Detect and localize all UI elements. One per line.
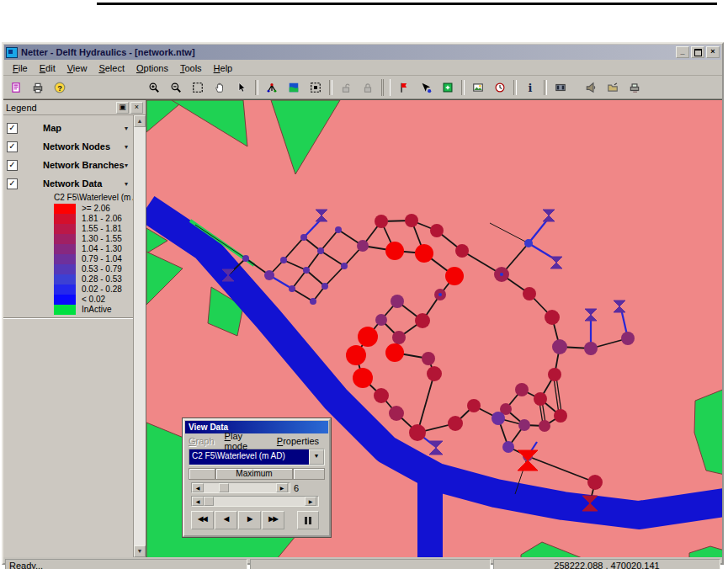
network-node [300,234,307,241]
zoom-extent-icon[interactable] [188,78,208,97]
menu-select[interactable]: Select [93,62,130,74]
class-label: 0.28 - 0.53 [76,274,122,284]
node-marker [438,293,442,296]
network-node [353,368,373,388]
network-node [335,226,342,233]
network-node [415,244,433,263]
menu-edit[interactable]: Edit [34,62,61,74]
layer-checkbox[interactable]: ✓ [7,178,18,189]
restore-button[interactable] [691,46,704,58]
print-icon[interactable] [28,78,48,97]
scroll-down-icon[interactable]: ▼ [134,545,146,557]
map-view[interactable]: View Data GraphPlay modeProperties C2 F5… [146,100,722,557]
flag-icon[interactable] [394,78,414,97]
class-color-swatch [54,224,76,234]
slider-right-icon[interactable]: ▶ [276,483,288,492]
data-series-combobox[interactable]: C2 F5\Waterlevel (m AD) ▼ [189,449,325,465]
main-content: Legend ▣ × ✓Map▾✓Network Nodes▾✓Network … [3,99,722,557]
select-node-icon[interactable] [416,78,436,97]
legend-class-row: 0.53 - 0.79 [3,264,133,274]
movie-icon[interactable] [550,78,571,97]
network-node [584,342,598,355]
network-node [502,441,514,453]
step-back-button[interactable]: ◀ [215,511,237,529]
menu-tools[interactable]: Tools [174,62,208,74]
network-node [492,412,505,425]
rewind-button[interactable]: ◀◀ [191,511,214,529]
network-node [264,270,274,280]
status-middle [250,559,491,569]
info-icon[interactable]: i [520,78,540,97]
netter-window: Netter - Delft Hydraulics - [network.ntw… [2,42,724,565]
network-node [242,255,249,262]
network-node [317,247,324,254]
view-data-menu: GraphPlay modeProperties [184,434,329,448]
view-data-header: Maximum [189,468,325,480]
overview-map-icon[interactable] [284,78,304,97]
zoom-out-icon[interactable] [166,78,186,97]
network-node [524,239,533,247]
minimize-button[interactable]: _ [676,46,689,58]
view-data-dialog: View Data GraphPlay modeProperties C2 F5… [183,418,331,537]
view-data-menu-properties[interactable]: Properties [277,436,324,446]
layer-dropdown-icon[interactable]: ▾ [125,143,130,151]
layer-dropdown-icon[interactable]: ▾ [125,162,130,169]
slider-left-icon[interactable]: ◀ [192,483,204,492]
help-icon[interactable]: ? [50,78,70,97]
layer-label: Map [23,123,125,133]
pan-icon[interactable] [210,78,230,97]
menu-view[interactable]: View [61,62,93,74]
megaphone-icon[interactable] [581,78,601,97]
legend-close-icon[interactable]: × [130,102,143,114]
page-rule [97,3,717,5]
dock-panel-icon[interactable]: ▣ [116,102,129,114]
layer-dropdown-icon[interactable]: ▾ [125,180,130,188]
class-label: 0.02 - 0.28 [76,284,122,295]
menu-help[interactable]: Help [208,62,239,74]
play-button[interactable]: ▶ [238,511,261,529]
clock-icon[interactable] [490,78,510,97]
class-label: >= 2.06 [76,204,110,214]
slider-left-icon[interactable]: ◀ [192,497,204,506]
timestep-slider[interactable]: ◀ ▶ [191,482,290,493]
zoom-selection-icon[interactable] [306,78,326,97]
cursor-icon[interactable] [231,78,252,97]
fit-network-icon[interactable] [262,78,282,97]
scroll-up-icon[interactable]: ▲ [134,115,146,127]
class-label: InActive [76,305,112,315]
combobox-dropdown-icon[interactable]: ▼ [309,449,324,465]
legend-list: ✓Map▾✓Network Nodes▾✓Network Branches▾✓N… [3,115,133,557]
network-node [518,419,530,431]
menu-file[interactable]: File [7,62,34,74]
view-data-menu-graph: Graph [189,436,220,446]
window-title: Netter - Delft Hydraulics - [network.ntw… [21,47,674,57]
fast-forward-button[interactable]: ▶▶ [262,511,284,529]
print-map-icon[interactable] [624,78,645,97]
unlock-icon [336,78,356,97]
class-label: 1.81 - 2.06 [76,214,122,224]
layer-checkbox[interactable]: ✓ [7,160,18,171]
layer-checkbox[interactable]: ✓ [7,123,18,134]
view-data-menu-play-mode[interactable]: Play mode [225,431,272,451]
legend-class-row: >= 2.06 [3,204,133,214]
network-node [445,267,464,285]
pause-button[interactable] [297,511,319,529]
slider-right-icon[interactable]: ▶ [305,497,316,506]
folder-out-icon[interactable] [603,78,623,97]
new-document-icon[interactable] [6,78,26,97]
image-icon[interactable] [468,78,488,97]
layer-dropdown-icon[interactable]: ▾ [125,125,130,132]
close-button[interactable]: × [706,46,720,58]
playback-controls: ◀◀◀▶▶▶ [191,511,322,529]
menu-options[interactable]: Options [130,62,174,74]
timestep-value: 6 [294,483,299,493]
header-cell-left [189,468,215,480]
class-color-swatch [54,234,76,244]
layer-checkbox[interactable]: ✓ [7,141,18,152]
class-color-swatch [54,305,76,315]
network-node [448,416,463,431]
zoom-in-icon[interactable] [144,78,164,97]
legend-scrollbar[interactable]: ▲ ▼ [133,115,146,557]
range-slider[interactable]: ◀ ▶ [191,496,319,507]
add-network-icon[interactable] [438,78,458,97]
